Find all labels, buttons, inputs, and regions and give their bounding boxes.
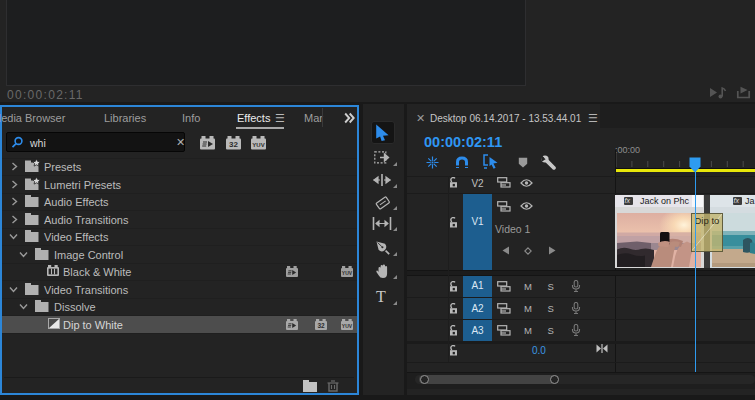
svg-text:YUV: YUV xyxy=(342,270,353,276)
svg-text:YUV: YUV xyxy=(252,142,264,148)
svg-text:32: 32 xyxy=(317,322,325,329)
svg-text:YUV: YUV xyxy=(342,323,353,329)
svg-text:32: 32 xyxy=(229,140,238,149)
